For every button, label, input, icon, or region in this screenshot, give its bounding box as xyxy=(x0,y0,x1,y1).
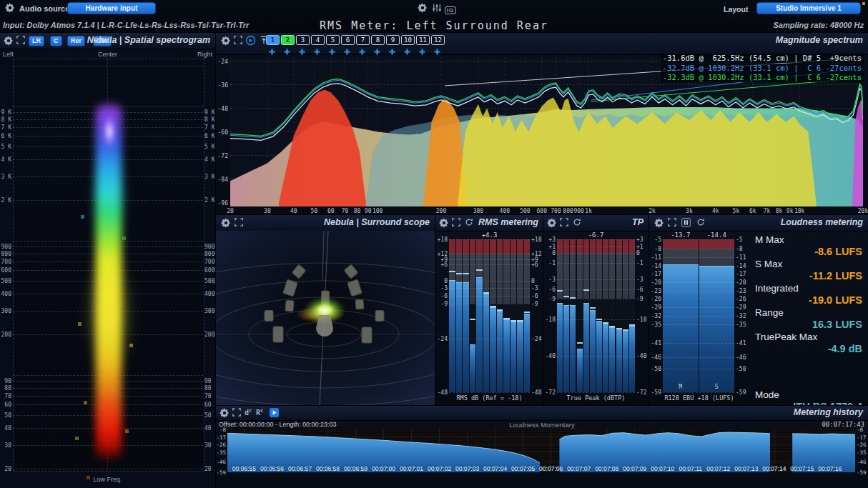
meter-peak-marker xyxy=(463,273,469,274)
history-y-label: -35 xyxy=(216,449,226,456)
meter-bars-area: MS xyxy=(663,239,734,392)
hardware-input-button[interactable]: Hardware input xyxy=(67,2,156,14)
history-y-label: -26 xyxy=(857,442,867,448)
spatial-freq-label-left: 60 xyxy=(0,402,11,408)
live-play-icon[interactable] xyxy=(245,35,256,46)
meter-peak-marker xyxy=(449,271,455,272)
meter-peak-marker xyxy=(483,292,490,294)
io-icon[interactable]: IO xyxy=(445,4,455,14)
scope-expand-icon[interactable] xyxy=(233,218,244,229)
channel-button-7[interactable]: 7 xyxy=(356,35,370,45)
audio-source-gear-icon[interactable] xyxy=(4,3,15,14)
spatial-freq-label-left: 900 xyxy=(0,244,11,250)
spectrum-x-label: 1k xyxy=(585,208,592,214)
history-gear-icon[interactable] xyxy=(219,408,230,419)
magnitude-spectrum-panel: Magnitude spectrum 123456789101112 -24-3… xyxy=(216,33,868,214)
spectrum-x-label: 40 xyxy=(290,208,297,214)
spectrum-gear-icon[interactable] xyxy=(220,36,231,46)
meter-bar xyxy=(557,239,563,392)
channel-add-button-11[interactable] xyxy=(416,45,428,58)
meter-tick-label: -3 xyxy=(636,277,643,283)
rms-caption: RMS dB (Ref = -18) xyxy=(435,394,543,402)
history-expand-icon[interactable] xyxy=(231,408,242,419)
spatial-freq-label-right: 30 xyxy=(204,442,212,449)
meter-bar: S xyxy=(699,239,735,392)
meter-bar xyxy=(449,239,455,392)
meter-peak-marker xyxy=(629,324,635,326)
meter-bar-fill xyxy=(623,330,628,392)
channel-add-button-2[interactable] xyxy=(281,45,293,58)
spectrum-x-label: 800 xyxy=(563,208,573,214)
spatial-gear-icon[interactable] xyxy=(3,36,14,46)
loudness-readout-value: -11.2 LUFS xyxy=(755,270,862,282)
spatial-filter-button-lr[interactable]: LR xyxy=(29,36,44,46)
spectrum-expand-icon[interactable] xyxy=(232,36,243,46)
channel-button-3[interactable]: 3 xyxy=(296,35,310,45)
channel-button-11[interactable]: 11 xyxy=(416,35,430,45)
meter-tick-label: +1 xyxy=(543,244,556,250)
spatial-filter-button-rer[interactable]: Rer xyxy=(67,36,85,46)
meter-tick-label: -46 xyxy=(649,354,661,361)
channel-add-button-1[interactable] xyxy=(266,45,278,58)
channel-add-button-3[interactable] xyxy=(296,45,308,58)
meter-tick-label: -24 xyxy=(531,336,541,342)
meter-tick-label: -9 xyxy=(636,296,643,302)
settings-gear-icon[interactable] xyxy=(417,3,428,14)
spectrum-x-label: 6k xyxy=(749,208,756,214)
meter-tick-label: -24 xyxy=(435,336,448,342)
meter-bar xyxy=(590,239,596,392)
spatial-expand-icon[interactable] xyxy=(15,36,26,46)
notification-dot xyxy=(862,2,865,5)
meter-tick-label: -23 xyxy=(736,288,746,294)
loudness-caption: R128 EBU +18 (LUFS) xyxy=(649,394,749,402)
meter-bar-fill xyxy=(476,277,483,392)
delta-mode-icon[interactable]: dc xyxy=(245,408,252,417)
rms-meter: +18+18+12+12+9+9+6+600-3-3-6-6-9-9-24-24… xyxy=(435,215,543,405)
channel-button-9[interactable]: 9 xyxy=(386,35,400,45)
meter-tick-label: +6 xyxy=(435,262,448,268)
reset-counter-icon[interactable]: Rc xyxy=(256,408,263,417)
layout-preset-button[interactable]: Studio Immersive 1 xyxy=(756,2,861,14)
channel-add-button-7[interactable] xyxy=(356,45,368,58)
channel-button-8[interactable]: 8 xyxy=(371,35,385,45)
channel-button-2[interactable]: 2 xyxy=(281,35,295,45)
spatial-freq-label-right: 20 xyxy=(204,466,212,472)
spatial-filter-button-c[interactable]: C xyxy=(50,36,62,46)
meter-peak-marker xyxy=(476,269,483,271)
spatial-freq-label-right: 400 xyxy=(204,291,214,297)
channel-button-10[interactable]: 10 xyxy=(401,35,415,45)
channel-button-4[interactable]: 4 xyxy=(311,35,325,45)
channel-button-6[interactable]: 6 xyxy=(341,35,355,45)
spatial-freq-label-right: 70 xyxy=(204,393,212,399)
channel-add-button-9[interactable] xyxy=(386,45,398,58)
scope-gear-icon[interactable] xyxy=(220,218,231,229)
spectrum-x-label: 300 xyxy=(473,208,483,214)
history-clock: 00:07:17:43 xyxy=(822,421,864,428)
channel-add-button-10[interactable] xyxy=(401,45,413,58)
meter-bars-area xyxy=(557,239,635,392)
channel-add-button-12[interactable] xyxy=(431,45,443,58)
meter-tick-label: -29 xyxy=(649,304,661,311)
meter-bar xyxy=(517,239,523,392)
channel-button-1[interactable]: 1 xyxy=(266,35,280,45)
channel-add-button-5[interactable] xyxy=(326,45,338,58)
channel-add-button-6[interactable] xyxy=(341,45,353,58)
history-y-label: -59 xyxy=(216,469,226,476)
channel-add-button-4[interactable] xyxy=(311,45,323,58)
meter-tick-label: 0 xyxy=(435,278,448,284)
history-y-label: -17 xyxy=(857,434,867,441)
history-play-icon[interactable] xyxy=(269,408,280,419)
meter-bar xyxy=(524,239,531,392)
sliders-icon[interactable] xyxy=(431,4,442,14)
meter-bar-fill xyxy=(456,282,463,392)
channel-add-button-8[interactable] xyxy=(371,45,383,58)
channel-button-5[interactable]: 5 xyxy=(326,35,340,45)
meter-bar-label: S xyxy=(699,384,735,390)
meter-bar-fill xyxy=(663,264,699,392)
spectrum-x-label: 900 xyxy=(573,208,583,214)
meter-bar-fill xyxy=(596,321,602,392)
meter-bar-value: -13.7 xyxy=(663,231,699,239)
tp-caption: True Peak (dBTP) xyxy=(543,394,648,402)
channel-button-12[interactable]: 12 xyxy=(431,35,445,45)
meter-bar-fill xyxy=(470,344,476,392)
